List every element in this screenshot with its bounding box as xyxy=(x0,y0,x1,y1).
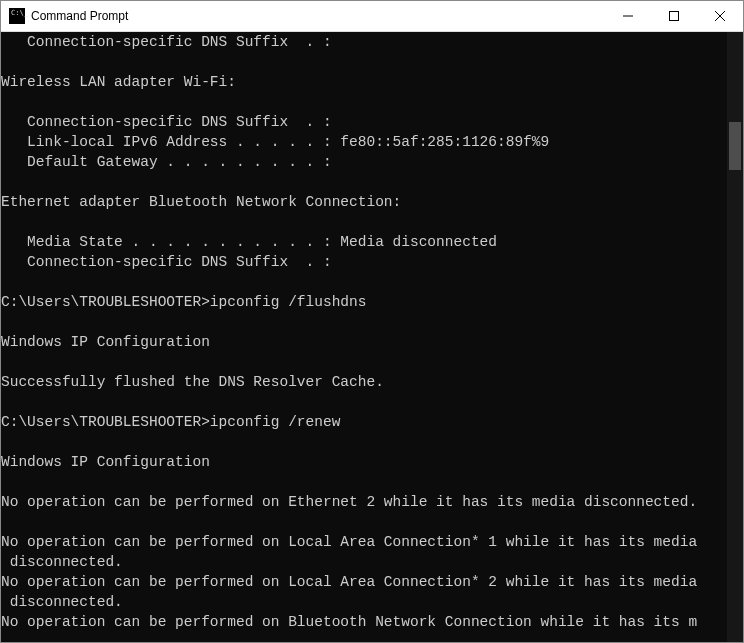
window-controls xyxy=(605,1,743,31)
close-icon xyxy=(715,11,725,21)
window-title: Command Prompt xyxy=(31,9,605,23)
maximize-icon xyxy=(669,11,679,21)
terminal-area: Connection-specific DNS Suffix . : Wirel… xyxy=(1,32,743,642)
scrollbar-thumb[interactable] xyxy=(729,122,741,170)
maximize-button[interactable] xyxy=(651,1,697,31)
scrollbar[interactable] xyxy=(727,32,743,642)
close-button[interactable] xyxy=(697,1,743,31)
cmd-icon xyxy=(9,8,25,24)
titlebar[interactable]: Command Prompt xyxy=(1,1,743,32)
svg-rect-1 xyxy=(670,12,679,21)
terminal-output[interactable]: Connection-specific DNS Suffix . : Wirel… xyxy=(1,32,727,642)
command-prompt-window: Command Prompt Connection-specific DNS S… xyxy=(0,0,744,643)
minimize-icon xyxy=(623,11,633,21)
minimize-button[interactable] xyxy=(605,1,651,31)
